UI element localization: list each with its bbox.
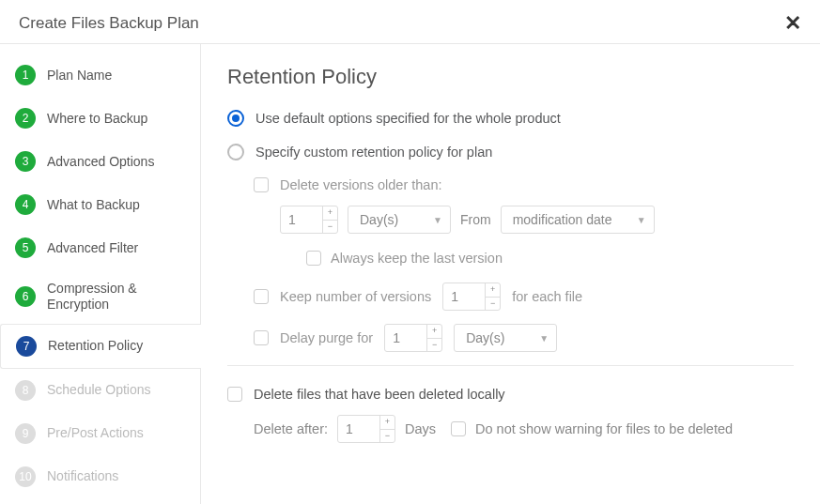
step-label: Schedule Options: [47, 382, 151, 398]
step-advanced-filter[interactable]: 5 Advanced Filter: [0, 226, 200, 269]
delay-purge-row[interactable]: Delay purge for + − Day(s) ▼: [254, 324, 794, 352]
delete-older-than-row[interactable]: Delete versions older than:: [254, 177, 794, 192]
from-label: From: [460, 212, 491, 227]
stepper-input[interactable]: [338, 416, 379, 442]
select-value: Day(s): [360, 212, 398, 227]
stepper-down-icon[interactable]: −: [380, 430, 395, 443]
delete-older-unit-select[interactable]: Day(s) ▼: [348, 206, 451, 234]
option-specify-custom[interactable]: Specify custom retention policy for plan: [227, 144, 794, 160]
section-divider: [227, 365, 794, 366]
dialog-body: 1 Plan Name 2 Where to Backup 3 Advanced…: [0, 44, 820, 504]
step-advanced-options[interactable]: 3 Advanced Options: [0, 140, 200, 183]
step-badge: 2: [15, 108, 36, 129]
no-warning-label: Do not show warning for files to be dele…: [475, 421, 733, 436]
check-label: Always keep the last version: [331, 251, 503, 266]
radio-icon[interactable]: [227, 144, 244, 160]
step-label: Notifications: [47, 468, 118, 484]
delay-purge-stepper[interactable]: + −: [384, 324, 442, 352]
dialog-title: Create Files Backup Plan: [19, 14, 199, 33]
step-label: Advanced Filter: [47, 240, 138, 256]
step-label: Advanced Options: [47, 154, 154, 170]
step-retention-policy[interactable]: 7 Retention Policy: [0, 324, 201, 369]
delete-after-unit: Days: [405, 421, 436, 436]
step-schedule-options: 8 Schedule Options: [0, 369, 200, 412]
chevron-down-icon: ▼: [433, 215, 442, 225]
keep-versions-suffix: for each file: [512, 289, 582, 304]
select-value: modification date: [513, 212, 612, 227]
checkbox-icon[interactable]: [306, 251, 321, 266]
stepper-input[interactable]: [385, 325, 426, 351]
content-panel: Retention Policy Use default options spe…: [201, 44, 820, 504]
from-select[interactable]: modification date ▼: [501, 206, 655, 234]
step-label: Where to Backup: [47, 111, 147, 127]
step-pre-post-actions: 9 Pre/Post Actions: [0, 412, 200, 455]
step-badge: 10: [15, 466, 36, 487]
check-label: Delete versions older than:: [280, 177, 442, 192]
page-title: Retention Policy: [227, 65, 794, 89]
step-where-to-backup[interactable]: 2 Where to Backup: [0, 97, 200, 140]
step-label: What to Backup: [47, 197, 140, 213]
stepper-up-icon[interactable]: +: [427, 325, 441, 339]
option-label: Specify custom retention policy for plan: [255, 145, 492, 160]
always-keep-last-row[interactable]: Always keep the last version: [306, 251, 794, 266]
option-label: Use default options specified for the wh…: [255, 111, 561, 126]
step-badge: 9: [15, 423, 36, 444]
checkbox-icon[interactable]: [227, 387, 242, 402]
delete-after-stepper[interactable]: + −: [337, 415, 395, 443]
step-badge: 7: [16, 336, 37, 357]
step-badge: 8: [15, 380, 36, 401]
check-label: Delete files that have been deleted loca…: [254, 387, 505, 402]
delay-purge-unit-select[interactable]: Day(s) ▼: [454, 324, 557, 352]
step-compression-encryption[interactable]: 6 Compression & Encryption: [0, 269, 200, 324]
stepper-up-icon[interactable]: +: [323, 206, 337, 221]
stepper-down-icon[interactable]: −: [486, 298, 500, 311]
step-label: Compression & Encryption: [47, 281, 185, 313]
delete-older-value-stepper[interactable]: + −: [280, 206, 338, 234]
checkbox-icon[interactable]: [254, 177, 269, 192]
step-plan-name[interactable]: 1 Plan Name: [0, 53, 200, 97]
step-label: Pre/Post Actions: [47, 425, 144, 441]
check-label: Delay purge for: [280, 330, 373, 345]
wizard-sidebar: 1 Plan Name 2 Where to Backup 3 Advanced…: [0, 44, 201, 504]
checkbox-icon[interactable]: [254, 289, 269, 304]
step-what-to-backup[interactable]: 4 What to Backup: [0, 183, 200, 226]
step-badge: 5: [15, 237, 36, 258]
chevron-down-icon: ▼: [539, 333, 549, 344]
stepper-input[interactable]: [281, 206, 322, 233]
stepper-down-icon[interactable]: −: [427, 339, 441, 352]
step-badge: 3: [15, 151, 36, 172]
stepper-up-icon[interactable]: +: [486, 283, 500, 298]
stepper-down-icon[interactable]: −: [323, 221, 337, 234]
step-badge: 6: [15, 286, 36, 307]
select-value: Day(s): [466, 330, 504, 345]
delete-locally-deleted-row[interactable]: Delete files that have been deleted loca…: [227, 387, 794, 402]
step-label: Retention Policy: [48, 338, 143, 354]
step-badge: 4: [15, 194, 36, 215]
stepper-input[interactable]: [443, 283, 485, 310]
dialog-header: Create Files Backup Plan ✕: [0, 0, 820, 44]
option-use-default[interactable]: Use default options specified for the wh…: [227, 110, 794, 127]
chevron-down-icon: ▼: [637, 215, 646, 225]
close-icon[interactable]: ✕: [784, 13, 801, 34]
radio-icon[interactable]: [227, 110, 244, 127]
checkbox-icon[interactable]: [451, 421, 466, 436]
step-badge: 1: [15, 65, 36, 85]
step-notifications: 10 Notifications: [0, 455, 200, 498]
step-label: Plan Name: [47, 68, 112, 84]
delete-after-label: Delete after:: [254, 421, 328, 436]
keep-versions-stepper[interactable]: + −: [442, 283, 501, 311]
check-label: Keep number of versions: [280, 289, 431, 304]
checkbox-icon[interactable]: [254, 330, 269, 345]
keep-versions-row[interactable]: Keep number of versions + − for each fil…: [254, 283, 794, 311]
stepper-up-icon[interactable]: +: [380, 416, 395, 430]
